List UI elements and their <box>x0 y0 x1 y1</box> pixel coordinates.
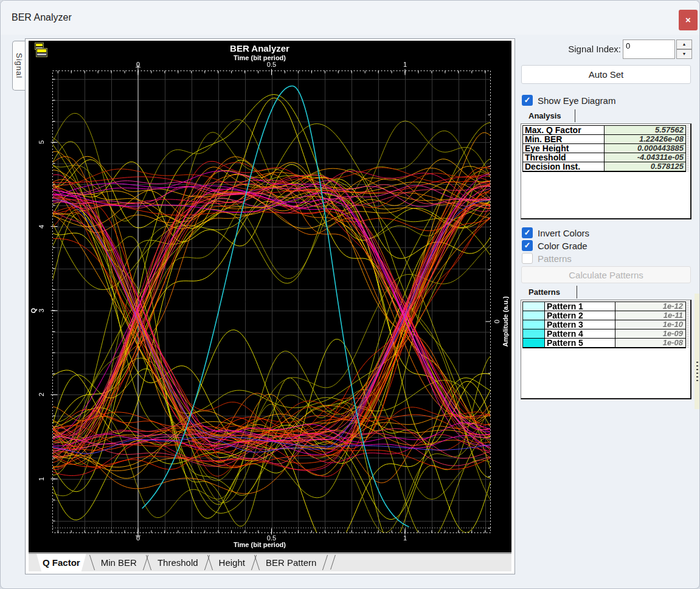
table-row: Min. BER 1.22426e-08 <box>523 135 685 144</box>
show-eye-diagram-label: Show Eye Diagram <box>538 95 615 106</box>
signal-side-tab[interactable]: Signal <box>12 41 26 91</box>
table-row: Pattern 1 1e-12 <box>523 302 685 311</box>
invert-colors-label: Invert Colors <box>538 228 589 238</box>
signal-index-spinner: ▲ ▼ <box>676 40 692 59</box>
x-tick-label: 1 <box>395 61 415 68</box>
patterns-table: Pattern 1 1e-12 Pattern 2 1e-11 Pattern … <box>522 301 686 348</box>
table-row: Decision Inst. 0.578125 <box>523 162 685 171</box>
analysis-table: Max. Q Factor 5.57562 Min. BER 1.22426e-… <box>522 125 686 172</box>
resize-grip-dots <box>696 362 698 381</box>
table-row: Eye Height 0.000443885 <box>523 144 685 153</box>
invert-colors-checkbox[interactable]: ✓ <box>522 227 533 238</box>
y-axis-label-amplitude: Amplitude (a.u.) <box>502 296 509 346</box>
tab-row-end-slash <box>330 555 336 570</box>
analysis-results-box: Max. Q Factor 5.57562 Min. BER 1.22426e-… <box>521 123 691 219</box>
calculate-patterns-button: Calculate Patterns <box>521 266 691 283</box>
tab-min-ber[interactable]: Min BER <box>91 554 147 571</box>
signal-index-input[interactable] <box>623 40 675 59</box>
spinner-up-button[interactable]: ▲ <box>676 40 692 49</box>
analysis-tab-divider <box>575 109 575 122</box>
title-bar <box>1 1 699 35</box>
eye-diagram-canvas <box>29 41 511 553</box>
x-tick-label: 0 <box>128 61 148 68</box>
table-row: Max. Q Factor 5.57562 <box>523 126 685 135</box>
tab-q-factor[interactable]: Q Factor <box>32 554 91 571</box>
table-row: Pattern 2 1e-11 <box>523 311 685 320</box>
y-tick-label: 4 <box>38 225 45 229</box>
y-tick-label: 2 <box>38 393 45 396</box>
chart-title: BER Analyzer <box>29 43 491 53</box>
patterns-tab-divider <box>577 286 577 298</box>
signal-index-label: Signal Index: <box>521 44 621 54</box>
auto-set-button[interactable]: Auto Set <box>521 65 691 84</box>
spinner-down-button[interactable]: ▼ <box>676 49 692 59</box>
patterns-checkbox-label: Patterns <box>538 253 572 264</box>
show-eye-diagram-checkbox[interactable]: ✓ <box>522 95 533 106</box>
window-title: BER Analyzer <box>12 12 72 23</box>
pattern-color-swatch <box>523 339 545 347</box>
eye-diagram-area: BER Analyzer Time (bit period) 00.51 00.… <box>29 41 511 553</box>
patterns-checkbox <box>522 253 533 264</box>
pattern-color-swatch <box>523 329 545 338</box>
close-button[interactable]: × <box>679 10 698 30</box>
table-row: Pattern 4 1e-09 <box>523 329 685 339</box>
x-axis-label: Time (bit period) <box>29 541 491 548</box>
table-row: Pattern 5 1e-08 <box>523 339 685 348</box>
pattern-color-swatch <box>523 302 545 311</box>
chart-top-axis-label: Time (bit period) <box>29 54 491 61</box>
x-tick-label: 0.5 <box>262 61 282 68</box>
analysis-group-tab: Analysis <box>528 111 561 120</box>
color-grade-label: Color Grade <box>538 241 587 251</box>
tab-ber-pattern[interactable]: BER Pattern <box>255 554 327 571</box>
result-tabs: Q Factor Min BER Threshold Height BER Pa… <box>29 553 511 571</box>
signal-side-tab-label: Signal <box>15 53 24 78</box>
patterns-group-tab: Patterns <box>528 288 560 297</box>
y-tick-label: 1 <box>38 477 45 481</box>
table-row: Threshold -4.04311e-05 <box>523 153 685 162</box>
tab-threshold[interactable]: Threshold <box>147 554 209 571</box>
color-grade-checkbox[interactable]: ✓ <box>522 240 533 251</box>
patterns-results-box: Pattern 1 1e-12 Pattern 2 1e-11 Pattern … <box>521 300 691 399</box>
window-edge-tint <box>695 294 700 409</box>
chart-panel: BER Analyzer Time (bit period) 00.51 00.… <box>25 38 515 574</box>
table-scroll-strip <box>687 125 689 171</box>
y-axis-label-q: Q <box>30 308 37 314</box>
table-row: Pattern 3 1e-10 <box>523 320 685 329</box>
y-tick-label: 3 <box>38 309 45 312</box>
tab-height[interactable]: Height <box>209 554 255 571</box>
pattern-color-swatch <box>523 311 545 320</box>
table-scroll-strip <box>687 301 689 348</box>
pattern-color-swatch <box>523 320 545 329</box>
ber-analyzer-window: BER Analyzer × Signal BER Analyzer Time … <box>0 0 700 589</box>
y-tick-label: 5 <box>38 140 45 144</box>
amplitude-tick-label: 0 <box>493 320 501 323</box>
